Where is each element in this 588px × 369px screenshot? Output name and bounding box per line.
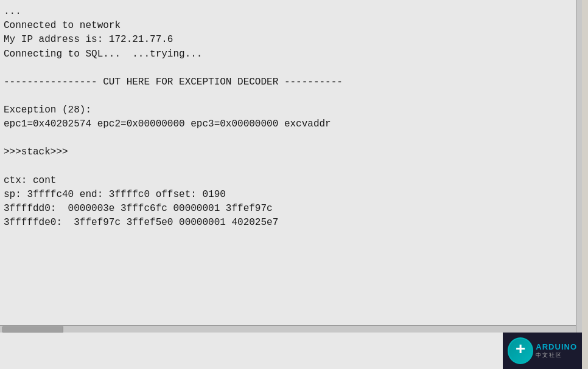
vertical-scrollbar[interactable] <box>576 0 582 369</box>
arduino-circle-logo: + <box>508 337 533 364</box>
arduino-subtitle: 中文社区 <box>536 351 577 359</box>
line-empty-2 <box>4 89 578 103</box>
terminal-output: ... Connected to network My IP address i… <box>0 0 582 235</box>
terminal-window: ... Connected to network My IP address i… <box>0 0 582 369</box>
line-connected: Connected to network <box>4 19 578 33</box>
line-separator: ---------------- CUT HERE FOR EXCEPTION … <box>4 75 578 89</box>
line-empty-1 <box>4 61 578 75</box>
line-empty-4 <box>4 160 578 174</box>
line-empty-3 <box>4 131 578 145</box>
line-dots: ... <box>4 5 578 19</box>
arduino-brand-text: ARDUINO 中文社区 <box>536 342 577 359</box>
arduino-logo-area: + ARDUINO 中文社区 <box>503 333 582 369</box>
arduino-title: ARDUINO <box>536 342 577 351</box>
line-addr2: 3fffffde0: 3ffef97c 3ffef5e0 00000001 40… <box>4 216 578 230</box>
line-stack: >>>stack>>> <box>4 145 578 159</box>
line-connecting: Connecting to SQL... ...trying... <box>4 47 578 61</box>
line-ip: My IP address is: 172.21.77.6 <box>4 33 578 47</box>
line-exception: Exception (28): <box>4 103 578 117</box>
arduino-plus-icon: + <box>516 342 526 359</box>
line-addr1: 3ffffdd0: 0000003e 3fffc6fc 00000001 3ff… <box>4 202 578 216</box>
horizontal-scrollbar[interactable] <box>0 325 576 333</box>
scrollbar-thumb-horizontal[interactable] <box>2 326 63 333</box>
line-epc: epc1=0x40202574 epc2=0x00000000 epc3=0x0… <box>4 117 578 131</box>
line-sp: sp: 3ffffc40 end: 3ffffc0 offset: 0190 <box>4 188 578 202</box>
line-ctx: ctx: cont <box>4 174 578 188</box>
